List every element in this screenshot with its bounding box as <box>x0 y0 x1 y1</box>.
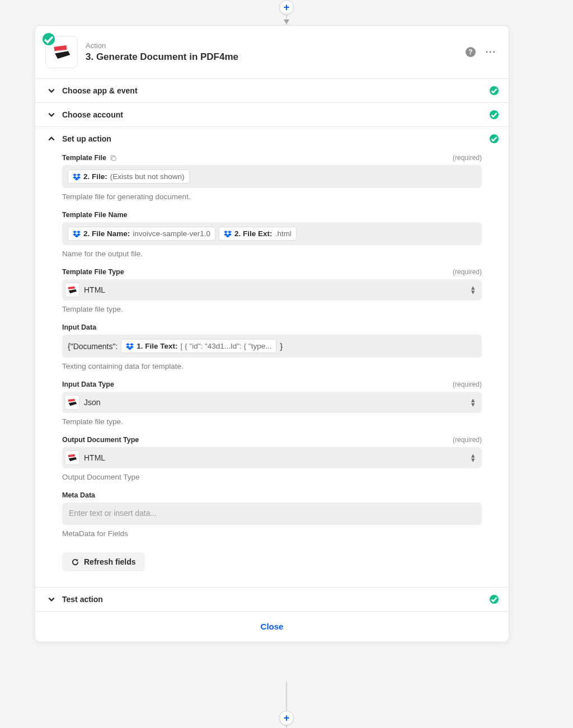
add-step-bottom-button[interactable]: + <box>279 711 294 725</box>
field-label: Meta Data <box>62 491 95 499</box>
field-template-file: Template File (required) 2. File: (Exist… <box>62 154 482 201</box>
pill-prefix: 2. File: <box>83 172 107 181</box>
template-file-input[interactable]: 2. File: (Exists but not shown) <box>62 165 482 188</box>
select-caret-icon: ▴▾ <box>471 285 475 294</box>
section-complete-icon <box>490 110 499 119</box>
dropbox-icon <box>73 230 81 238</box>
header-title: 3. Generate Document in PDF4me <box>86 51 458 63</box>
svg-marker-7 <box>69 402 77 406</box>
pdf4me-mini-icon <box>65 283 79 297</box>
meta-data-input[interactable]: Enter text or insert data... <box>62 502 482 525</box>
action-card: Action 3. Generate Document in PDF4me ? … <box>35 25 509 642</box>
svg-rect-3 <box>112 157 116 161</box>
card-header: Action 3. Generate Document in PDF4me ? … <box>35 26 509 78</box>
section-choose-app: Choose app & event <box>35 78 509 102</box>
select-caret-icon: ▴▾ <box>471 453 475 462</box>
data-pill[interactable]: 2. File Ext: .html <box>219 227 297 241</box>
field-helper: Template file type. <box>62 417 482 426</box>
svg-marker-1 <box>55 51 70 59</box>
field-label: Template File Type <box>62 268 124 276</box>
close-button[interactable]: Close <box>261 622 284 631</box>
section-title: Choose app & event <box>62 86 138 95</box>
section-complete-icon <box>490 595 499 604</box>
pill-value: .html <box>275 229 292 238</box>
select-value: HTML <box>84 453 105 462</box>
template-file-type-select[interactable]: HTML ▴▾ <box>62 279 482 300</box>
output-doc-type-select[interactable]: HTML ▴▾ <box>62 447 482 468</box>
section-choose-app-header[interactable]: Choose app & event <box>35 79 509 102</box>
field-template-file-name: Template File Name 2. File Name: invoivc… <box>62 211 482 258</box>
field-helper: Name for the output file. <box>62 250 482 258</box>
section-complete-icon <box>490 86 499 95</box>
field-input-data: Input Data {"Documents": 1. File Text: [… <box>62 323 482 370</box>
section-setup-action: Set up action Template File (required) 2… <box>35 126 509 587</box>
section-title: Choose account <box>62 110 123 119</box>
required-label: (required) <box>453 268 482 276</box>
field-input-data-type: Input Data Type (required) Json ▴▾ Templ… <box>62 381 482 426</box>
data-pill[interactable]: 1. File Text: [ { "id": "43d1...Id": { "… <box>121 339 276 353</box>
input-data-input[interactable]: {"Documents": 1. File Text: [ { "id": "4… <box>62 335 482 358</box>
pill-value: (Exists but not shown) <box>110 172 185 181</box>
field-template-file-type: Template File Type (required) HTML ▴▾ Te… <box>62 268 482 313</box>
required-label: (required) <box>453 436 482 444</box>
section-test-action: Test action <box>35 587 509 611</box>
add-step-top-button[interactable]: + <box>279 0 294 15</box>
section-complete-icon <box>490 134 499 143</box>
section-body: Template File (required) 2. File: (Exist… <box>35 154 509 587</box>
data-pill[interactable]: 2. File: (Exists but not shown) <box>68 170 190 184</box>
app-icon <box>45 36 78 68</box>
input-data-type-select[interactable]: Json ▴▾ <box>62 392 482 413</box>
header-action-label: Action <box>86 41 458 50</box>
section-title: Test action <box>62 595 103 604</box>
help-icon[interactable]: ? <box>466 47 476 57</box>
chevron-up-icon <box>48 135 55 143</box>
pdf4me-mini-icon <box>65 395 79 410</box>
pdf4me-logo-icon <box>52 43 71 62</box>
refresh-fields-button[interactable]: Refresh fields <box>62 552 145 571</box>
svg-marker-4 <box>68 286 75 289</box>
pill-value: invoivce-sample-ver1.0 <box>133 229 210 238</box>
field-helper: Output Document Type <box>62 473 482 481</box>
field-label: Template File <box>62 154 106 162</box>
chevron-down-icon <box>48 87 55 95</box>
select-value: HTML <box>84 285 105 294</box>
pill-prefix: 2. File Name: <box>83 229 130 238</box>
svg-marker-5 <box>69 289 77 293</box>
connector-arrow <box>284 20 289 24</box>
dropbox-icon <box>73 173 81 181</box>
data-pill[interactable]: 2. File Name: invoivce-sample-ver1.0 <box>68 227 215 241</box>
field-helper: Template file for generating document. <box>62 192 482 201</box>
required-label: (required) <box>453 381 482 388</box>
select-caret-icon: ▴▾ <box>471 398 475 407</box>
template-file-name-input[interactable]: 2. File Name: invoivce-sample-ver1.0 2. … <box>62 222 482 245</box>
dropbox-icon <box>126 342 134 350</box>
pill-prefix: 1. File Text: <box>137 342 177 350</box>
svg-marker-0 <box>54 45 67 51</box>
refresh-label: Refresh fields <box>84 557 136 566</box>
section-title: Set up action <box>62 134 111 143</box>
status-check-icon <box>43 33 55 45</box>
svg-marker-6 <box>68 399 75 402</box>
chevron-down-icon <box>48 595 55 603</box>
field-meta-data: Meta Data Enter text or insert data... M… <box>62 491 482 538</box>
pill-value: [ { "id": "43d1...Id": { "type... <box>181 342 272 350</box>
more-menu-icon[interactable]: ··· <box>486 47 496 57</box>
text-prefix: {"Documents": <box>68 342 118 351</box>
required-label: (required) <box>453 154 482 162</box>
dropbox-icon <box>224 230 232 238</box>
field-label: Template File Name <box>62 211 127 219</box>
field-output-doc-type: Output Document Type (required) HTML ▴▾ … <box>62 436 482 481</box>
field-label: Output Document Type <box>62 436 139 444</box>
pdf4me-mini-icon <box>65 450 79 465</box>
svg-marker-9 <box>69 457 77 461</box>
field-label: Input Data <box>62 323 96 331</box>
copy-icon <box>110 154 116 161</box>
section-choose-account: Choose account <box>35 102 509 126</box>
section-choose-account-header[interactable]: Choose account <box>35 103 509 126</box>
card-footer: Close <box>35 611 509 642</box>
section-setup-action-header[interactable]: Set up action <box>35 127 509 151</box>
refresh-icon <box>71 558 79 566</box>
section-test-action-header[interactable]: Test action <box>35 588 509 611</box>
select-value: Json <box>84 398 101 407</box>
svg-marker-8 <box>68 454 75 457</box>
